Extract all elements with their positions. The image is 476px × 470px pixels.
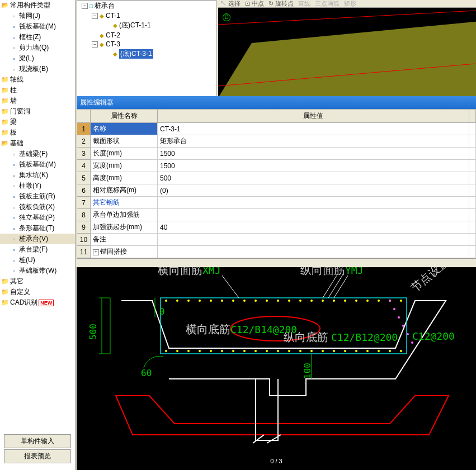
tree-item-foundation[interactable]: ▫筏板主筋(R)	[0, 191, 75, 202]
tree-item-foundation[interactable]: ▫柱墩(Y)	[0, 181, 75, 191]
prop-value[interactable]	[158, 197, 469, 209]
node-icon: □	[89, 3, 93, 9]
prop-value[interactable]	[158, 234, 469, 246]
tree-category[interactable]: 📁梁	[0, 117, 75, 127]
tree-category[interactable]: 📁板	[0, 127, 75, 138]
tree-category[interactable]: 📁自定义	[0, 287, 75, 297]
column-header-name[interactable]: 属性名称	[91, 110, 158, 123]
node-label: CT-1	[106, 12, 120, 20]
tree-item[interactable]: ▫轴网(J)	[0, 11, 75, 21]
tree-category[interactable]: 📁其它	[0, 276, 75, 287]
tree-node-root[interactable]: − □ 桩承台	[77, 1, 216, 11]
tree-node[interactable]: ◆(底)CT-1-1	[77, 20, 216, 31]
tree-item-foundation[interactable]: ▫承台梁(F)	[0, 244, 75, 255]
property-row[interactable]: 1 名称 CT-3-1	[77, 123, 476, 135]
section-diagram[interactable]: 500 0 60 100 横向面筋XMJ 纵向面筋YMJ 横向底筋C12/B14…	[77, 267, 476, 470]
column-header-value[interactable]: 属性值	[158, 110, 469, 123]
tree-item-foundation[interactable]: ▫基础梁(F)	[0, 149, 75, 159]
select-tool[interactable]: ↖ 选择	[220, 0, 241, 8]
tree-label: 常用构件类型	[10, 1, 50, 10]
property-row[interactable]: 9 加强筋起步(mm) 40	[77, 221, 476, 234]
svg-line-0	[218, 11, 475, 25]
property-row[interactable]: 8 承台单边加强筋	[77, 209, 476, 221]
component-instance-tree: − □ 桩承台 −◆CT-1◆(底)CT-1-1◆CT-2−◆CT-3◆(底)C…	[77, 0, 216, 98]
single-component-button[interactable]: 单构件输入	[4, 434, 72, 448]
tree-node[interactable]: ◆CT-2	[77, 31, 216, 40]
svg-point-41	[344, 350, 346, 352]
tree-item-foundation[interactable]: ▫独立基础(P)	[0, 212, 75, 223]
tree-item-foundation[interactable]: ▫集水坑(K)	[0, 170, 75, 181]
tree-category[interactable]: 📁CAD识别NEW	[0, 297, 75, 308]
report-preview-button[interactable]: 报表预览	[4, 449, 72, 463]
prop-value[interactable]: 矩形承台	[158, 135, 469, 148]
property-row[interactable]: 10 备注	[77, 234, 476, 246]
property-row[interactable]: 2 截面形状 矩形承台	[77, 135, 476, 148]
svg-line-61	[323, 276, 337, 298]
property-row[interactable]: 3 长度(mm) 1500	[77, 148, 476, 160]
tree-label: 轴线	[10, 75, 23, 84]
svg-point-11	[255, 300, 257, 302]
prop-extra	[469, 246, 476, 258]
tree-item-foundation[interactable]: ▫筏板负筋(X)	[0, 202, 75, 212]
tree-label: CAD识别	[10, 298, 37, 307]
expander-icon[interactable]: −	[92, 13, 98, 19]
tree-category[interactable]: 📁轴线	[0, 74, 75, 85]
tree-item[interactable]: ▫剪力墙(Q)	[0, 42, 75, 53]
prop-value[interactable]	[158, 246, 469, 258]
tree-root-common[interactable]: 📂 常用构件类型	[0, 0, 75, 11]
tree-item[interactable]: ▫框柱(Z)	[0, 32, 75, 42]
item-icon: ▫	[10, 23, 18, 30]
tree-item[interactable]: ▫现浇板(B)	[0, 64, 75, 74]
tree-item[interactable]: ▫梁(L)	[0, 53, 75, 64]
prop-value[interactable]: 500	[158, 172, 469, 184]
tree-item-foundation[interactable]: ▫筏板基础(M)	[0, 159, 75, 170]
tree-node[interactable]: −◆CT-3	[77, 40, 216, 49]
tree-node[interactable]: −◆CT-1	[77, 11, 216, 20]
folder-icon: 📁	[1, 108, 9, 115]
property-row[interactable]: 11 +锚固搭接	[77, 246, 476, 258]
midpoint-tool[interactable]: ⊡ 中点	[245, 0, 264, 8]
dim-height: 500	[88, 324, 98, 340]
tree-item-foundation[interactable]: ▫基础板带(W)	[0, 265, 75, 276]
prop-value[interactable]: 1500	[158, 148, 469, 160]
folder-icon: 📁	[1, 289, 9, 296]
folder-icon: 📁	[1, 77, 9, 83]
collapse-icon[interactable]: −	[82, 3, 88, 9]
tree-category[interactable]: 📂基础	[0, 138, 75, 149]
item-icon: ▫	[10, 246, 18, 253]
tree-item-foundation[interactable]: ▫桩承台(V)	[0, 234, 75, 244]
tree-item[interactable]: ▫筏板基础(M)	[0, 21, 75, 32]
prop-extra	[469, 234, 476, 246]
property-row[interactable]: 7 其它钢筋	[77, 197, 476, 209]
label-top-h-rebar: 横向面筋XMJ	[158, 267, 221, 276]
prop-value[interactable]	[158, 209, 469, 221]
rotate-point-tool[interactable]: ↻ 旋转点	[268, 0, 294, 8]
tree-category[interactable]: 📁柱	[0, 85, 75, 96]
prop-value[interactable]: 40	[158, 221, 469, 234]
tree-label: 筏板基础(M)	[19, 22, 56, 31]
tree-item-foundation[interactable]: ▫条形基础(T)	[0, 223, 75, 234]
svg-point-44	[378, 350, 380, 352]
tree-category[interactable]: 📁门窗洞	[0, 106, 75, 117]
folder-icon: 📁	[1, 98, 9, 105]
tree-label: 剪力墙(Q)	[19, 43, 49, 53]
property-row[interactable]: 4 宽度(mm) 1500	[77, 160, 476, 172]
prop-value[interactable]: 1500	[158, 160, 469, 172]
tree-category[interactable]: 📁墙	[0, 96, 75, 106]
property-row[interactable]: 6 相对底标高(m) (0)	[77, 184, 476, 197]
expander-icon[interactable]: −	[92, 41, 98, 48]
svg-point-37	[299, 350, 301, 352]
expand-icon[interactable]: +	[93, 249, 99, 255]
tree-node[interactable]: ◆(底)CT-3-1	[77, 49, 216, 59]
prop-value[interactable]: CT-3-1	[158, 123, 469, 135]
tree-item-foundation[interactable]: ▫桩(U)	[0, 255, 75, 265]
prop-value[interactable]: (0)	[158, 184, 469, 197]
svg-point-48	[389, 300, 391, 302]
svg-point-26	[176, 350, 178, 352]
tree-label: 墙	[10, 96, 17, 106]
property-row[interactable]: 5 高度(mm) 500	[77, 172, 476, 184]
svg-point-13	[277, 300, 279, 302]
viewport-3d[interactable]: ↖ 选择 ⊡ 中点 ↻ 旋转点 直线 三点画弧 矩形 D	[218, 0, 476, 98]
svg-line-63	[334, 276, 348, 298]
prop-extra	[469, 160, 476, 172]
